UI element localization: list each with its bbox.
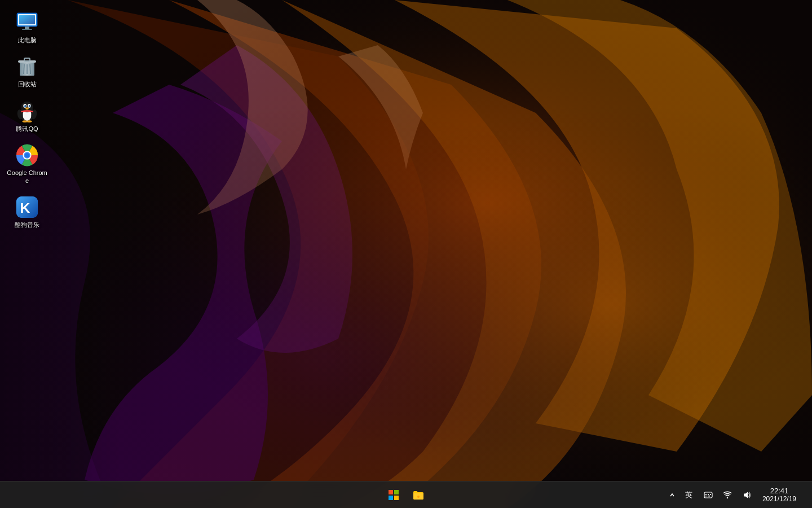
kuwo-label: 酷狗音乐 <box>15 221 39 229</box>
file-explorer-icon <box>413 490 424 500</box>
qq-icon <box>16 100 38 122</box>
desktop: 此电脑 <box>0 0 812 485</box>
svg-point-25 <box>25 105 26 106</box>
ime-icon[interactable] <box>700 485 716 505</box>
desktop-icon-tencent-qq[interactable]: 腾讯QQ <box>5 95 50 137</box>
chevron-up-icon <box>669 492 675 498</box>
taskbar-center-area <box>382 484 430 506</box>
svg-rect-8 <box>22 29 32 30</box>
svg-point-27 <box>25 107 29 110</box>
kuwo-icon-svg: K <box>16 195 38 219</box>
svg-rect-46 <box>708 494 709 495</box>
desktop-icon-google-chrome[interactable]: Google Chrome <box>5 139 50 190</box>
svg-point-35 <box>25 153 29 157</box>
svg-line-13 <box>24 64 24 74</box>
clock-date: 2021/12/19 <box>762 495 796 503</box>
svg-rect-48 <box>705 496 707 497</box>
chrome-icon <box>16 144 38 167</box>
svg-rect-47 <box>710 494 711 495</box>
svg-rect-17 <box>24 58 30 61</box>
start-button[interactable] <box>382 484 405 506</box>
svg-point-43 <box>417 496 420 498</box>
svg-rect-41 <box>389 496 393 500</box>
language-text: 英 <box>685 490 692 500</box>
ime-settings-icon <box>704 491 713 500</box>
svg-point-26 <box>29 105 30 106</box>
svg-rect-45 <box>705 494 707 495</box>
svg-rect-7 <box>25 27 29 29</box>
desktop-icon-kuwo-music[interactable]: K 酷狗音乐 <box>5 191 50 233</box>
svg-rect-49 <box>708 496 710 497</box>
taskbar: 英 <box>0 481 812 508</box>
svg-text:K: K <box>20 200 30 216</box>
recycle-bin-label: 回收站 <box>18 80 37 88</box>
svg-rect-10 <box>19 15 35 24</box>
recycle-bin-icon <box>16 55 38 78</box>
windows-logo-icon <box>389 490 399 500</box>
recycle-bin-svg <box>17 55 37 78</box>
chrome-icon-svg <box>16 143 38 167</box>
desktop-icon-this-computer[interactable]: 此电脑 <box>5 7 50 49</box>
monitor-icon-svg <box>16 12 38 33</box>
network-wifi-icon <box>723 491 732 500</box>
chrome-label: Google Chrome <box>7 169 47 185</box>
monitor-icon <box>16 11 38 34</box>
svg-point-50 <box>727 497 729 498</box>
speaker-icon <box>742 491 751 500</box>
svg-rect-39 <box>389 490 393 494</box>
qq-label: 腾讯QQ <box>16 125 38 133</box>
volume-icon[interactable] <box>739 485 754 505</box>
file-explorer-button[interactable] <box>407 484 430 506</box>
taskbar-right-area: 英 <box>667 485 807 505</box>
desktop-icon-recycle-bin[interactable]: 回收站 <box>5 51 50 93</box>
clock-time: 22:41 <box>770 487 789 496</box>
clock-display[interactable]: 22:41 2021/12/19 <box>758 485 801 505</box>
svg-rect-42 <box>394 496 399 500</box>
show-hidden-icons-button[interactable] <box>667 485 678 505</box>
this-computer-label: 此电脑 <box>18 36 37 44</box>
qq-penguin-svg <box>16 99 38 123</box>
svg-point-31 <box>27 120 32 122</box>
language-indicator[interactable]: 英 <box>681 485 697 505</box>
svg-rect-40 <box>394 490 399 494</box>
network-icon[interactable] <box>720 485 735 505</box>
kuwo-icon: K <box>16 196 38 218</box>
svg-line-15 <box>30 64 30 74</box>
